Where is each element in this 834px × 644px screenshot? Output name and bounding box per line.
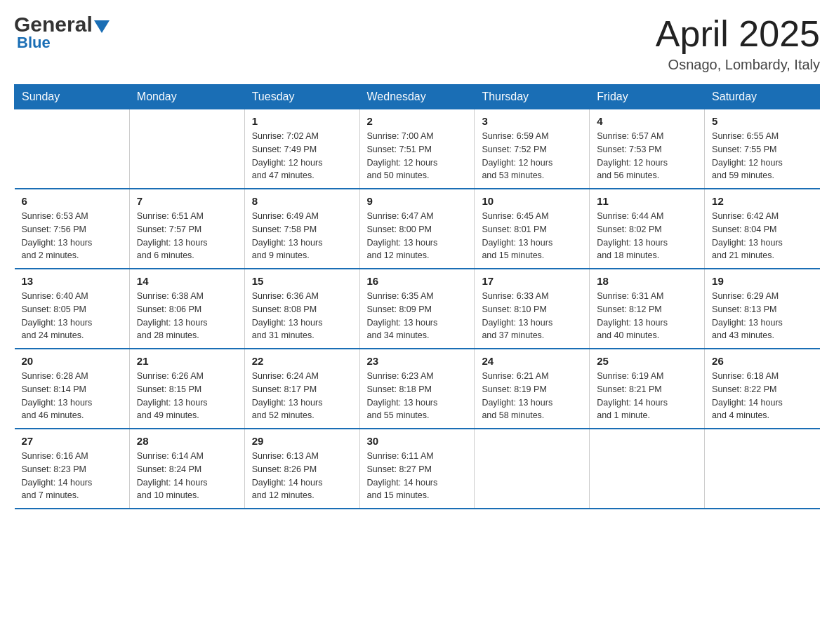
calendar-cell (129, 109, 244, 189)
calendar-cell: 12Sunrise: 6:42 AM Sunset: 8:04 PM Dayli… (705, 189, 820, 269)
day-info: Sunrise: 6:40 AM Sunset: 8:05 PM Dayligh… (22, 290, 122, 342)
day-info: Sunrise: 6:24 AM Sunset: 8:17 PM Dayligh… (252, 370, 352, 422)
day-info: Sunrise: 6:51 AM Sunset: 7:57 PM Dayligh… (137, 210, 237, 262)
calendar-cell: 6Sunrise: 6:53 AM Sunset: 7:56 PM Daylig… (15, 189, 130, 269)
calendar-cell: 18Sunrise: 6:31 AM Sunset: 8:12 PM Dayli… (590, 269, 705, 349)
location: Osnago, Lombardy, Italy (656, 57, 820, 73)
day-info: Sunrise: 7:02 AM Sunset: 7:49 PM Dayligh… (252, 130, 352, 182)
day-info: Sunrise: 6:33 AM Sunset: 8:10 PM Dayligh… (482, 290, 582, 342)
day-number: 17 (482, 275, 582, 287)
day-info: Sunrise: 6:45 AM Sunset: 8:01 PM Dayligh… (482, 210, 582, 262)
day-number: 1 (252, 115, 352, 127)
day-number: 8 (252, 195, 352, 207)
day-number: 16 (367, 275, 468, 287)
day-info: Sunrise: 7:00 AM Sunset: 7:51 PM Dayligh… (367, 130, 468, 182)
calendar-cell: 17Sunrise: 6:33 AM Sunset: 8:10 PM Dayli… (475, 269, 590, 349)
day-number: 3 (482, 115, 582, 127)
week-row-4: 20Sunrise: 6:28 AM Sunset: 8:14 PM Dayli… (15, 349, 820, 429)
weekday-header-tuesday: Tuesday (244, 85, 359, 109)
day-info: Sunrise: 6:31 AM Sunset: 8:12 PM Dayligh… (597, 290, 697, 342)
calendar-cell: 11Sunrise: 6:44 AM Sunset: 8:02 PM Dayli… (590, 189, 705, 269)
week-row-2: 6Sunrise: 6:53 AM Sunset: 7:56 PM Daylig… (15, 189, 820, 269)
day-info: Sunrise: 6:11 AM Sunset: 8:27 PM Dayligh… (367, 450, 468, 502)
calendar-cell (475, 429, 590, 509)
calendar-cell: 10Sunrise: 6:45 AM Sunset: 8:01 PM Dayli… (475, 189, 590, 269)
day-info: Sunrise: 6:57 AM Sunset: 7:53 PM Dayligh… (597, 130, 697, 182)
calendar-cell: 15Sunrise: 6:36 AM Sunset: 8:08 PM Dayli… (244, 269, 359, 349)
calendar-cell: 5Sunrise: 6:55 AM Sunset: 7:55 PM Daylig… (705, 109, 820, 189)
day-number: 13 (22, 275, 122, 287)
calendar-cell: 19Sunrise: 6:29 AM Sunset: 8:13 PM Dayli… (705, 269, 820, 349)
page-header: General Blue April 2025 Osnago, Lombardy… (14, 14, 820, 73)
calendar-cell: 27Sunrise: 6:16 AM Sunset: 8:23 PM Dayli… (15, 429, 130, 509)
day-info: Sunrise: 6:28 AM Sunset: 8:14 PM Dayligh… (22, 370, 122, 422)
calendar-cell: 21Sunrise: 6:26 AM Sunset: 8:15 PM Dayli… (129, 349, 244, 429)
day-info: Sunrise: 6:49 AM Sunset: 7:58 PM Dayligh… (252, 210, 352, 262)
calendar-cell: 20Sunrise: 6:28 AM Sunset: 8:14 PM Dayli… (15, 349, 130, 429)
day-number: 11 (597, 195, 697, 207)
calendar-cell: 30Sunrise: 6:11 AM Sunset: 8:27 PM Dayli… (359, 429, 475, 509)
day-number: 19 (712, 275, 812, 287)
calendar-cell: 3Sunrise: 6:59 AM Sunset: 7:52 PM Daylig… (475, 109, 590, 189)
day-info: Sunrise: 6:29 AM Sunset: 8:13 PM Dayligh… (712, 290, 812, 342)
day-info: Sunrise: 6:55 AM Sunset: 7:55 PM Dayligh… (712, 130, 812, 182)
month-title: April 2025 (656, 14, 820, 54)
day-number: 18 (597, 275, 697, 287)
day-info: Sunrise: 6:42 AM Sunset: 8:04 PM Dayligh… (712, 210, 812, 262)
day-number: 28 (137, 435, 237, 447)
day-number: 14 (137, 275, 237, 287)
calendar-table: SundayMondayTuesdayWednesdayThursdayFrid… (14, 84, 820, 509)
day-number: 22 (252, 355, 352, 367)
day-number: 29 (252, 435, 352, 447)
day-number: 9 (367, 195, 468, 207)
day-info: Sunrise: 6:59 AM Sunset: 7:52 PM Dayligh… (482, 130, 582, 182)
day-number: 25 (597, 355, 697, 367)
day-number: 21 (137, 355, 237, 367)
day-info: Sunrise: 6:44 AM Sunset: 8:02 PM Dayligh… (597, 210, 697, 262)
day-number: 15 (252, 275, 352, 287)
calendar-cell: 4Sunrise: 6:57 AM Sunset: 7:53 PM Daylig… (590, 109, 705, 189)
calendar-cell: 24Sunrise: 6:21 AM Sunset: 8:19 PM Dayli… (475, 349, 590, 429)
logo-arrow-icon (94, 17, 110, 36)
weekday-header-wednesday: Wednesday (359, 85, 475, 109)
weekday-header-friday: Friday (590, 85, 705, 109)
calendar-cell: 23Sunrise: 6:23 AM Sunset: 8:18 PM Dayli… (359, 349, 475, 429)
day-number: 24 (482, 355, 582, 367)
day-number: 2 (367, 115, 468, 127)
day-info: Sunrise: 6:21 AM Sunset: 8:19 PM Dayligh… (482, 370, 582, 422)
calendar-cell: 13Sunrise: 6:40 AM Sunset: 8:05 PM Dayli… (15, 269, 130, 349)
weekday-header-sunday: Sunday (15, 85, 130, 109)
day-number: 26 (712, 355, 812, 367)
calendar-cell (705, 429, 820, 509)
calendar-cell (590, 429, 705, 509)
weekday-header-saturday: Saturday (705, 85, 820, 109)
week-row-3: 13Sunrise: 6:40 AM Sunset: 8:05 PM Dayli… (15, 269, 820, 349)
svg-marker-0 (94, 20, 110, 33)
day-info: Sunrise: 6:16 AM Sunset: 8:23 PM Dayligh… (22, 450, 122, 502)
day-number: 27 (22, 435, 122, 447)
calendar-cell: 14Sunrise: 6:38 AM Sunset: 8:06 PM Dayli… (129, 269, 244, 349)
calendar-cell: 1Sunrise: 7:02 AM Sunset: 7:49 PM Daylig… (244, 109, 359, 189)
day-number: 5 (712, 115, 812, 127)
weekday-header-thursday: Thursday (475, 85, 590, 109)
day-info: Sunrise: 6:53 AM Sunset: 7:56 PM Dayligh… (22, 210, 122, 262)
calendar-cell: 25Sunrise: 6:19 AM Sunset: 8:21 PM Dayli… (590, 349, 705, 429)
day-info: Sunrise: 6:18 AM Sunset: 8:22 PM Dayligh… (712, 370, 812, 422)
logo-general-text: General (14, 13, 93, 36)
day-number: 12 (712, 195, 812, 207)
calendar-cell: 26Sunrise: 6:18 AM Sunset: 8:22 PM Dayli… (705, 349, 820, 429)
day-info: Sunrise: 6:36 AM Sunset: 8:08 PM Dayligh… (252, 290, 352, 342)
day-info: Sunrise: 6:26 AM Sunset: 8:15 PM Dayligh… (137, 370, 237, 422)
day-info: Sunrise: 6:13 AM Sunset: 8:26 PM Dayligh… (252, 450, 352, 502)
day-number: 10 (482, 195, 582, 207)
calendar-cell: 22Sunrise: 6:24 AM Sunset: 8:17 PM Dayli… (244, 349, 359, 429)
day-number: 20 (22, 355, 122, 367)
day-number: 6 (22, 195, 122, 207)
day-info: Sunrise: 6:14 AM Sunset: 8:24 PM Dayligh… (137, 450, 237, 502)
calendar-cell: 9Sunrise: 6:47 AM Sunset: 8:00 PM Daylig… (359, 189, 475, 269)
day-info: Sunrise: 6:23 AM Sunset: 8:18 PM Dayligh… (367, 370, 468, 422)
day-info: Sunrise: 6:47 AM Sunset: 8:00 PM Dayligh… (367, 210, 468, 262)
calendar-cell: 7Sunrise: 6:51 AM Sunset: 7:57 PM Daylig… (129, 189, 244, 269)
calendar-cell: 29Sunrise: 6:13 AM Sunset: 8:26 PM Dayli… (244, 429, 359, 509)
calendar-cell: 16Sunrise: 6:35 AM Sunset: 8:09 PM Dayli… (359, 269, 475, 349)
